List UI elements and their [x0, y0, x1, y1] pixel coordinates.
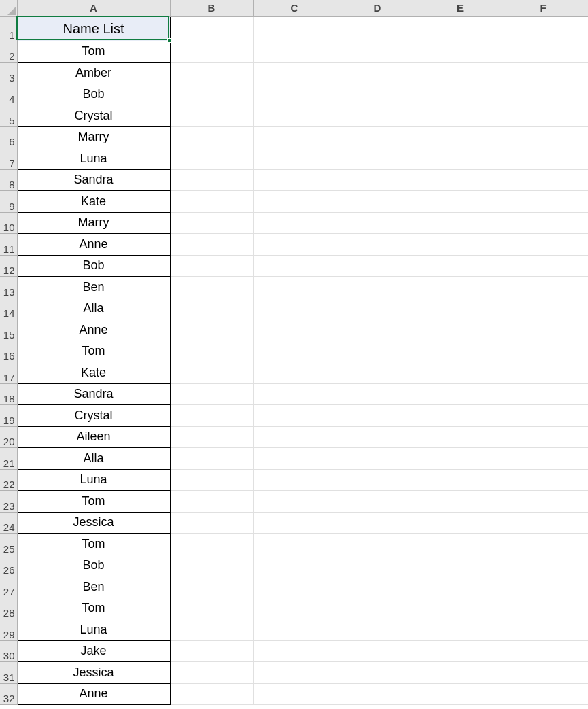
cell-empty[interactable] — [253, 512, 336, 534]
row-header-4[interactable]: 4 — [0, 84, 17, 105]
cell-empty[interactable] — [336, 619, 419, 641]
cell-empty[interactable] — [502, 84, 585, 105]
cell-empty[interactable] — [585, 148, 588, 170]
cell-empty[interactable] — [502, 469, 585, 491]
row-header-11[interactable]: 11 — [0, 234, 17, 256]
cell-empty[interactable] — [253, 255, 336, 277]
row-header-28[interactable]: 28 — [0, 598, 17, 619]
cell-empty[interactable] — [585, 169, 588, 191]
cell-a5[interactable]: Crystal — [17, 105, 170, 127]
cell-empty[interactable] — [336, 362, 419, 384]
cell-empty[interactable] — [170, 683, 253, 705]
cell-empty[interactable] — [170, 41, 253, 63]
cell-a1[interactable]: Name List — [17, 16, 170, 41]
cell-empty[interactable] — [419, 319, 502, 341]
row-header-30[interactable]: 30 — [0, 640, 17, 662]
cell-empty[interactable] — [502, 105, 585, 127]
cell-empty[interactable] — [585, 683, 588, 705]
cell-empty[interactable] — [170, 169, 253, 191]
cell-empty[interactable] — [336, 534, 419, 555]
cell-empty[interactable] — [336, 469, 419, 491]
cell-empty[interactable] — [253, 298, 336, 319]
cell-a14[interactable]: Alla — [17, 298, 170, 319]
cell-a8[interactable]: Sandra — [17, 169, 170, 191]
cell-empty[interactable] — [502, 512, 585, 534]
cell-empty[interactable] — [585, 16, 588, 41]
cell-empty[interactable] — [585, 534, 588, 555]
cell-a3[interactable]: Amber — [17, 63, 170, 84]
cell-empty[interactable] — [585, 191, 588, 213]
cell-empty[interactable] — [170, 148, 253, 170]
cell-empty[interactable] — [419, 491, 502, 513]
cell-empty[interactable] — [336, 16, 419, 41]
cell-empty[interactable] — [336, 576, 419, 598]
cell-empty[interactable] — [170, 534, 253, 555]
cell-empty[interactable] — [585, 84, 588, 105]
cell-empty[interactable] — [336, 84, 419, 105]
cell-empty[interactable] — [419, 63, 502, 84]
cell-empty[interactable] — [585, 640, 588, 662]
cell-a16[interactable]: Tom — [17, 341, 170, 362]
cell-empty[interactable] — [253, 234, 336, 256]
cell-empty[interactable] — [336, 426, 419, 448]
cell-a31[interactable]: Jessica — [17, 662, 170, 684]
cell-empty[interactable] — [253, 619, 336, 641]
cell-empty[interactable] — [336, 683, 419, 705]
cell-empty[interactable] — [585, 619, 588, 641]
cell-empty[interactable] — [170, 255, 253, 277]
cell-empty[interactable] — [502, 598, 585, 619]
cell-empty[interactable] — [253, 383, 336, 405]
cell-empty[interactable] — [336, 191, 419, 213]
cell-empty[interactable] — [253, 469, 336, 491]
row-header-27[interactable]: 27 — [0, 576, 17, 598]
col-header-b[interactable]: B — [170, 0, 253, 16]
cell-empty[interactable] — [419, 576, 502, 598]
cell-empty[interactable] — [502, 16, 585, 41]
cell-empty[interactable] — [170, 319, 253, 341]
cell-empty[interactable] — [502, 576, 585, 598]
cell-empty[interactable] — [336, 598, 419, 619]
cell-empty[interactable] — [419, 619, 502, 641]
cell-empty[interactable] — [502, 534, 585, 555]
cell-empty[interactable] — [585, 41, 588, 63]
cell-empty[interactable] — [419, 426, 502, 448]
cell-a13[interactable]: Ben — [17, 277, 170, 298]
cell-empty[interactable] — [585, 426, 588, 448]
cell-empty[interactable] — [253, 169, 336, 191]
cell-a21[interactable]: Alla — [17, 448, 170, 470]
cell-empty[interactable] — [502, 683, 585, 705]
cell-empty[interactable] — [170, 277, 253, 298]
cell-empty[interactable] — [585, 234, 588, 256]
row-header-5[interactable]: 5 — [0, 105, 17, 127]
cell-a30[interactable]: Jake — [17, 640, 170, 662]
cell-empty[interactable] — [336, 555, 419, 576]
cell-empty[interactable] — [502, 234, 585, 256]
row-header-14[interactable]: 14 — [0, 298, 17, 319]
cell-empty[interactable] — [336, 212, 419, 234]
cell-empty[interactable] — [502, 662, 585, 684]
cell-empty[interactable] — [336, 169, 419, 191]
cell-empty[interactable] — [170, 105, 253, 127]
cell-a12[interactable]: Bob — [17, 255, 170, 277]
cell-empty[interactable] — [502, 41, 585, 63]
cell-empty[interactable] — [253, 555, 336, 576]
row-header-31[interactable]: 31 — [0, 662, 17, 684]
cell-empty[interactable] — [419, 383, 502, 405]
cell-empty[interactable] — [170, 662, 253, 684]
cell-empty[interactable] — [419, 84, 502, 105]
cell-a25[interactable]: Tom — [17, 534, 170, 555]
cell-empty[interactable] — [502, 362, 585, 384]
cell-empty[interactable] — [253, 105, 336, 127]
cell-empty[interactable] — [502, 405, 585, 427]
cell-empty[interactable] — [585, 555, 588, 576]
row-header-3[interactable]: 3 — [0, 63, 17, 84]
cell-empty[interactable] — [419, 555, 502, 576]
cell-empty[interactable] — [502, 319, 585, 341]
row-header-29[interactable]: 29 — [0, 619, 17, 641]
col-header-extra[interactable] — [585, 0, 588, 16]
cell-empty[interactable] — [502, 555, 585, 576]
cell-a4[interactable]: Bob — [17, 84, 170, 105]
cell-empty[interactable] — [253, 362, 336, 384]
cell-empty[interactable] — [502, 169, 585, 191]
cell-empty[interactable] — [419, 662, 502, 684]
